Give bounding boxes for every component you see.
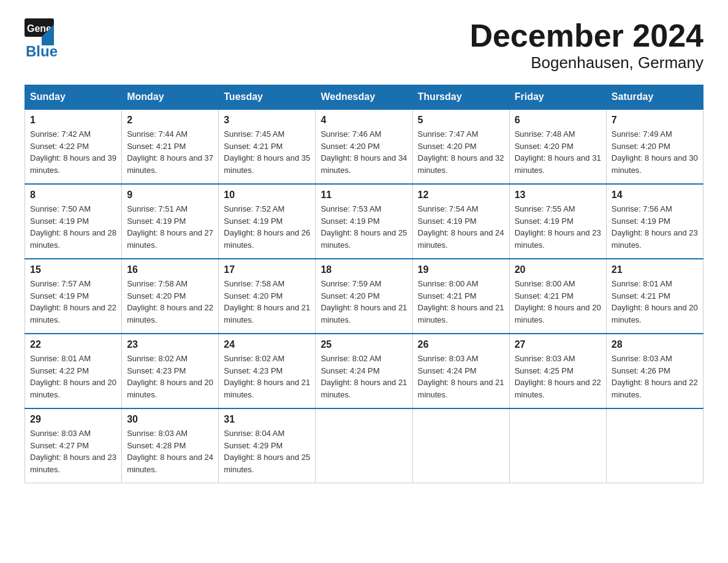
day-number: 27 — [515, 339, 601, 350]
col-sunday: Sunday — [25, 85, 122, 110]
day-number: 30 — [127, 414, 213, 425]
col-monday: Monday — [122, 85, 219, 110]
title-block: December 2024 Bogenhausen, Germany — [469, 18, 703, 72]
col-thursday: Thursday — [412, 85, 509, 110]
day-number: 23 — [127, 339, 213, 350]
calendar-header-row: Sunday Monday Tuesday Wednesday Thursday… — [25, 85, 703, 110]
table-row: 5Sunrise: 7:47 AMSunset: 4:20 PMDaylight… — [412, 109, 509, 184]
table-row: 1Sunrise: 7:42 AMSunset: 4:22 PMDaylight… — [25, 109, 122, 184]
logo-blue-text: Blue — [26, 43, 58, 60]
day-info: Sunrise: 7:49 AMSunset: 4:20 PMDaylight:… — [612, 128, 698, 176]
day-number: 18 — [320, 264, 407, 275]
day-info: Sunrise: 7:47 AMSunset: 4:20 PMDaylight:… — [418, 128, 504, 176]
day-number: 17 — [224, 264, 310, 275]
table-row: 24Sunrise: 8:02 AMSunset: 4:23 PMDayligh… — [219, 334, 316, 408]
table-row — [412, 408, 509, 483]
day-number: 10 — [224, 190, 310, 201]
day-info: Sunrise: 8:01 AMSunset: 4:22 PMDaylight:… — [30, 353, 116, 400]
table-row: 4Sunrise: 7:46 AMSunset: 4:20 PMDaylight… — [316, 109, 412, 184]
table-row: 6Sunrise: 7:48 AMSunset: 4:20 PMDaylight… — [509, 109, 606, 184]
day-number: 2 — [127, 115, 213, 126]
day-info: Sunrise: 8:03 AMSunset: 4:24 PMDaylight:… — [418, 353, 504, 400]
table-row: 3Sunrise: 7:45 AMSunset: 4:21 PMDaylight… — [219, 109, 316, 184]
day-info: Sunrise: 7:46 AMSunset: 4:20 PMDaylight:… — [320, 128, 407, 176]
day-number: 5 — [418, 115, 504, 126]
table-row: 26Sunrise: 8:03 AMSunset: 4:24 PMDayligh… — [412, 334, 509, 408]
day-number: 13 — [515, 190, 601, 201]
table-row: 25Sunrise: 8:02 AMSunset: 4:24 PMDayligh… — [316, 334, 412, 408]
table-row: 10Sunrise: 7:52 AMSunset: 4:19 PMDayligh… — [219, 184, 316, 259]
page-subtitle: Bogenhausen, Germany — [469, 53, 703, 72]
day-number: 22 — [30, 339, 116, 350]
calendar-week-row: 22Sunrise: 8:01 AMSunset: 4:22 PMDayligh… — [25, 334, 703, 408]
day-number: 12 — [418, 190, 504, 201]
col-saturday: Saturday — [606, 85, 703, 110]
day-info: Sunrise: 7:52 AMSunset: 4:19 PMDaylight:… — [224, 203, 310, 251]
day-number: 16 — [127, 264, 213, 275]
day-info: Sunrise: 7:53 AMSunset: 4:19 PMDaylight:… — [320, 203, 407, 251]
day-number: 31 — [224, 414, 310, 425]
day-number: 21 — [612, 264, 698, 275]
day-number: 6 — [515, 115, 601, 126]
table-row: 16Sunrise: 7:58 AMSunset: 4:20 PMDayligh… — [122, 259, 219, 334]
table-row: 17Sunrise: 7:58 AMSunset: 4:20 PMDayligh… — [219, 259, 316, 334]
day-number: 7 — [612, 115, 698, 126]
day-number: 25 — [320, 339, 407, 350]
day-info: Sunrise: 7:44 AMSunset: 4:21 PMDaylight:… — [127, 128, 213, 176]
calendar-week-row: 29Sunrise: 8:03 AMSunset: 4:27 PMDayligh… — [25, 408, 703, 483]
day-info: Sunrise: 8:01 AMSunset: 4:21 PMDaylight:… — [612, 278, 698, 326]
day-info: Sunrise: 7:55 AMSunset: 4:19 PMDaylight:… — [515, 203, 601, 251]
day-number: 15 — [30, 264, 116, 275]
day-number: 24 — [224, 339, 310, 350]
table-row: 7Sunrise: 7:49 AMSunset: 4:20 PMDaylight… — [606, 109, 703, 184]
table-row: 13Sunrise: 7:55 AMSunset: 4:19 PMDayligh… — [509, 184, 606, 259]
day-info: Sunrise: 7:42 AMSunset: 4:22 PMDaylight:… — [30, 128, 116, 176]
day-info: Sunrise: 7:56 AMSunset: 4:19 PMDaylight:… — [612, 203, 698, 251]
day-number: 8 — [30, 190, 116, 201]
day-number: 1 — [30, 115, 116, 126]
table-row: 28Sunrise: 8:03 AMSunset: 4:26 PMDayligh… — [606, 334, 703, 408]
day-number: 14 — [612, 190, 698, 201]
day-info: Sunrise: 8:03 AMSunset: 4:26 PMDaylight:… — [612, 353, 698, 400]
table-row — [316, 408, 412, 483]
day-info: Sunrise: 7:58 AMSunset: 4:20 PMDaylight:… — [127, 278, 213, 326]
table-row: 21Sunrise: 8:01 AMSunset: 4:21 PMDayligh… — [606, 259, 703, 334]
day-info: Sunrise: 8:02 AMSunset: 4:24 PMDaylight:… — [320, 353, 407, 400]
calendar-week-row: 1Sunrise: 7:42 AMSunset: 4:22 PMDaylight… — [25, 109, 703, 184]
day-info: Sunrise: 8:04 AMSunset: 4:29 PMDaylight:… — [224, 427, 310, 475]
table-row: 20Sunrise: 8:00 AMSunset: 4:21 PMDayligh… — [509, 259, 606, 334]
day-number: 29 — [30, 414, 116, 425]
day-info: Sunrise: 7:59 AMSunset: 4:20 PMDaylight:… — [320, 278, 407, 326]
logo-icon: General — [25, 18, 54, 45]
day-info: Sunrise: 8:00 AMSunset: 4:21 PMDaylight:… — [418, 278, 504, 326]
table-row: 8Sunrise: 7:50 AMSunset: 4:19 PMDaylight… — [25, 184, 122, 259]
page-title: December 2024 — [469, 18, 703, 53]
day-info: Sunrise: 8:00 AMSunset: 4:21 PMDaylight:… — [515, 278, 601, 326]
col-friday: Friday — [509, 85, 606, 110]
col-tuesday: Tuesday — [219, 85, 316, 110]
day-info: Sunrise: 8:03 AMSunset: 4:27 PMDaylight:… — [30, 427, 116, 475]
col-wednesday: Wednesday — [316, 85, 412, 110]
day-info: Sunrise: 7:45 AMSunset: 4:21 PMDaylight:… — [224, 128, 310, 176]
day-info: Sunrise: 8:03 AMSunset: 4:25 PMDaylight:… — [515, 353, 601, 400]
table-row: 19Sunrise: 8:00 AMSunset: 4:21 PMDayligh… — [412, 259, 509, 334]
calendar-week-row: 8Sunrise: 7:50 AMSunset: 4:19 PMDaylight… — [25, 184, 703, 259]
calendar-week-row: 15Sunrise: 7:57 AMSunset: 4:19 PMDayligh… — [25, 259, 703, 334]
day-info: Sunrise: 7:48 AMSunset: 4:20 PMDaylight:… — [515, 128, 601, 176]
table-row: 14Sunrise: 7:56 AMSunset: 4:19 PMDayligh… — [606, 184, 703, 259]
table-row — [606, 408, 703, 483]
page-header: General Blue December 2024 Bogenhausen, … — [25, 18, 703, 72]
day-info: Sunrise: 7:50 AMSunset: 4:19 PMDaylight:… — [30, 203, 116, 251]
table-row: 15Sunrise: 7:57 AMSunset: 4:19 PMDayligh… — [25, 259, 122, 334]
day-info: Sunrise: 8:02 AMSunset: 4:23 PMDaylight:… — [224, 353, 310, 400]
day-info: Sunrise: 8:03 AMSunset: 4:28 PMDaylight:… — [127, 427, 213, 475]
day-info: Sunrise: 7:57 AMSunset: 4:19 PMDaylight:… — [30, 278, 116, 326]
day-number: 19 — [418, 264, 504, 275]
day-info: Sunrise: 7:51 AMSunset: 4:19 PMDaylight:… — [127, 203, 213, 251]
day-number: 20 — [515, 264, 601, 275]
table-row: 9Sunrise: 7:51 AMSunset: 4:19 PMDaylight… — [122, 184, 219, 259]
table-row: 31Sunrise: 8:04 AMSunset: 4:29 PMDayligh… — [219, 408, 316, 483]
day-number: 26 — [418, 339, 504, 350]
day-info: Sunrise: 7:54 AMSunset: 4:19 PMDaylight:… — [418, 203, 504, 251]
table-row: 27Sunrise: 8:03 AMSunset: 4:25 PMDayligh… — [509, 334, 606, 408]
